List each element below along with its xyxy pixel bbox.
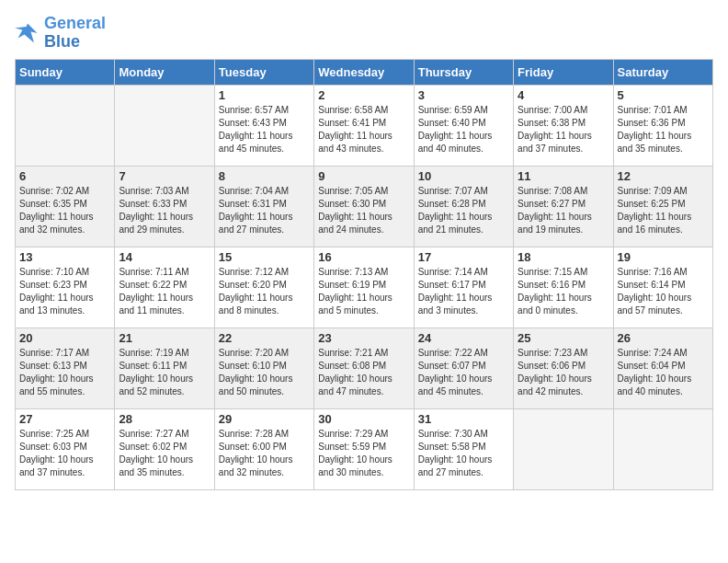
calendar-day-cell: 17Sunrise: 7:14 AM Sunset: 6:17 PM Dayli… <box>414 247 513 327</box>
day-info: Sunrise: 6:57 AM Sunset: 6:43 PM Dayligh… <box>219 104 310 155</box>
calendar-day-cell: 6Sunrise: 7:02 AM Sunset: 6:35 PM Daylig… <box>16 166 115 247</box>
day-info: Sunrise: 7:05 AM Sunset: 6:30 PM Dayligh… <box>318 185 409 236</box>
day-number: 19 <box>618 250 709 264</box>
day-number: 24 <box>418 331 509 345</box>
calendar-day-cell <box>16 85 115 166</box>
day-number: 26 <box>618 331 709 345</box>
calendar-day-cell: 3Sunrise: 6:59 AM Sunset: 6:40 PM Daylig… <box>414 85 513 166</box>
calendar-day-cell: 8Sunrise: 7:04 AM Sunset: 6:31 PM Daylig… <box>214 166 313 247</box>
day-number: 17 <box>418 250 509 264</box>
calendar-header-row: SundayMondayTuesdayWednesdayThursdayFrid… <box>16 59 713 85</box>
day-info: Sunrise: 7:24 AM Sunset: 6:04 PM Dayligh… <box>618 347 709 398</box>
day-info: Sunrise: 7:07 AM Sunset: 6:28 PM Dayligh… <box>418 185 509 236</box>
day-info: Sunrise: 7:20 AM Sunset: 6:10 PM Dayligh… <box>219 347 310 398</box>
calendar-day-cell: 12Sunrise: 7:09 AM Sunset: 6:25 PM Dayli… <box>613 166 712 247</box>
day-number: 22 <box>219 331 310 345</box>
calendar-week-row: 27Sunrise: 7:25 AM Sunset: 6:03 PM Dayli… <box>16 408 713 489</box>
day-number: 20 <box>19 331 110 345</box>
calendar-day-cell: 5Sunrise: 7:01 AM Sunset: 6:36 PM Daylig… <box>613 85 712 166</box>
day-number: 8 <box>219 169 310 183</box>
day-number: 6 <box>19 169 110 183</box>
calendar-day-cell: 21Sunrise: 7:19 AM Sunset: 6:11 PM Dayli… <box>115 327 214 408</box>
day-info: Sunrise: 7:28 AM Sunset: 6:00 PM Dayligh… <box>219 428 310 479</box>
day-number: 13 <box>19 250 110 264</box>
day-info: Sunrise: 7:12 AM Sunset: 6:20 PM Dayligh… <box>219 266 310 317</box>
day-info: Sunrise: 7:11 AM Sunset: 6:22 PM Dayligh… <box>119 266 210 317</box>
day-header-friday: Friday <box>514 59 613 85</box>
day-info: Sunrise: 7:27 AM Sunset: 6:02 PM Dayligh… <box>119 428 210 479</box>
logo-bird-icon <box>15 20 40 46</box>
day-header-saturday: Saturday <box>613 59 712 85</box>
day-number: 15 <box>219 250 310 264</box>
day-number: 21 <box>119 331 210 345</box>
day-info: Sunrise: 7:08 AM Sunset: 6:27 PM Dayligh… <box>518 185 609 236</box>
calendar-week-row: 1Sunrise: 6:57 AM Sunset: 6:43 PM Daylig… <box>16 85 713 166</box>
calendar-day-cell: 13Sunrise: 7:10 AM Sunset: 6:23 PM Dayli… <box>16 247 115 327</box>
day-info: Sunrise: 7:23 AM Sunset: 6:06 PM Dayligh… <box>518 347 609 398</box>
calendar-day-cell: 1Sunrise: 6:57 AM Sunset: 6:43 PM Daylig… <box>214 85 313 166</box>
calendar-day-cell: 26Sunrise: 7:24 AM Sunset: 6:04 PM Dayli… <box>613 327 712 408</box>
day-number: 31 <box>418 412 509 426</box>
day-info: Sunrise: 7:21 AM Sunset: 6:08 PM Dayligh… <box>318 347 409 398</box>
calendar-day-cell: 9Sunrise: 7:05 AM Sunset: 6:30 PM Daylig… <box>314 166 414 247</box>
day-info: Sunrise: 7:04 AM Sunset: 6:31 PM Dayligh… <box>219 185 310 236</box>
calendar-day-cell: 24Sunrise: 7:22 AM Sunset: 6:07 PM Dayli… <box>414 327 513 408</box>
day-info: Sunrise: 7:30 AM Sunset: 5:58 PM Dayligh… <box>418 428 509 479</box>
calendar-day-cell: 11Sunrise: 7:08 AM Sunset: 6:27 PM Dayli… <box>514 166 613 247</box>
day-info: Sunrise: 7:13 AM Sunset: 6:19 PM Dayligh… <box>318 266 409 317</box>
calendar-day-cell: 15Sunrise: 7:12 AM Sunset: 6:20 PM Dayli… <box>214 247 313 327</box>
day-info: Sunrise: 7:01 AM Sunset: 6:36 PM Dayligh… <box>618 104 709 155</box>
logo-text: General Blue <box>44 15 106 52</box>
calendar-day-cell: 29Sunrise: 7:28 AM Sunset: 6:00 PM Dayli… <box>214 408 313 489</box>
day-header-wednesday: Wednesday <box>314 59 414 85</box>
day-number: 9 <box>318 169 409 183</box>
day-number: 2 <box>318 88 409 102</box>
calendar-week-row: 20Sunrise: 7:17 AM Sunset: 6:13 PM Dayli… <box>16 327 713 408</box>
calendar-day-cell: 18Sunrise: 7:15 AM Sunset: 6:16 PM Dayli… <box>514 247 613 327</box>
day-number: 7 <box>119 169 210 183</box>
calendar-day-cell <box>613 408 712 489</box>
calendar-day-cell <box>115 85 214 166</box>
calendar-day-cell: 25Sunrise: 7:23 AM Sunset: 6:06 PM Dayli… <box>514 327 613 408</box>
calendar-day-cell: 16Sunrise: 7:13 AM Sunset: 6:19 PM Dayli… <box>314 247 414 327</box>
logo: General Blue <box>15 15 106 52</box>
calendar-day-cell: 23Sunrise: 7:21 AM Sunset: 6:08 PM Dayli… <box>314 327 414 408</box>
calendar-week-row: 6Sunrise: 7:02 AM Sunset: 6:35 PM Daylig… <box>16 166 713 247</box>
day-info: Sunrise: 7:29 AM Sunset: 5:59 PM Dayligh… <box>318 428 409 479</box>
day-header-sunday: Sunday <box>16 59 115 85</box>
day-info: Sunrise: 6:58 AM Sunset: 6:41 PM Dayligh… <box>318 104 409 155</box>
day-info: Sunrise: 7:22 AM Sunset: 6:07 PM Dayligh… <box>418 347 509 398</box>
day-info: Sunrise: 7:16 AM Sunset: 6:14 PM Dayligh… <box>618 266 709 317</box>
day-info: Sunrise: 6:59 AM Sunset: 6:40 PM Dayligh… <box>418 104 509 155</box>
day-number: 12 <box>618 169 709 183</box>
day-info: Sunrise: 7:14 AM Sunset: 6:17 PM Dayligh… <box>418 266 509 317</box>
calendar-day-cell: 4Sunrise: 7:00 AM Sunset: 6:38 PM Daylig… <box>514 85 613 166</box>
day-number: 3 <box>418 88 509 102</box>
calendar-day-cell: 31Sunrise: 7:30 AM Sunset: 5:58 PM Dayli… <box>414 408 513 489</box>
day-info: Sunrise: 7:25 AM Sunset: 6:03 PM Dayligh… <box>19 428 110 479</box>
day-number: 16 <box>318 250 409 264</box>
day-info: Sunrise: 7:19 AM Sunset: 6:11 PM Dayligh… <box>119 347 210 398</box>
calendar-day-cell: 7Sunrise: 7:03 AM Sunset: 6:33 PM Daylig… <box>115 166 214 247</box>
calendar-day-cell: 27Sunrise: 7:25 AM Sunset: 6:03 PM Dayli… <box>16 408 115 489</box>
day-info: Sunrise: 7:17 AM Sunset: 6:13 PM Dayligh… <box>19 347 110 398</box>
day-number: 14 <box>119 250 210 264</box>
day-number: 11 <box>518 169 609 183</box>
day-info: Sunrise: 7:09 AM Sunset: 6:25 PM Dayligh… <box>618 185 709 236</box>
day-header-monday: Monday <box>115 59 214 85</box>
day-header-tuesday: Tuesday <box>214 59 313 85</box>
calendar-day-cell <box>514 408 613 489</box>
day-number: 25 <box>518 331 609 345</box>
calendar-day-cell: 19Sunrise: 7:16 AM Sunset: 6:14 PM Dayli… <box>613 247 712 327</box>
day-number: 1 <box>219 88 310 102</box>
day-info: Sunrise: 7:03 AM Sunset: 6:33 PM Dayligh… <box>119 185 210 236</box>
day-number: 5 <box>618 88 709 102</box>
calendar-day-cell: 22Sunrise: 7:20 AM Sunset: 6:10 PM Dayli… <box>214 327 313 408</box>
day-number: 18 <box>518 250 609 264</box>
day-info: Sunrise: 7:00 AM Sunset: 6:38 PM Dayligh… <box>518 104 609 155</box>
day-number: 27 <box>19 412 110 426</box>
calendar-day-cell: 14Sunrise: 7:11 AM Sunset: 6:22 PM Dayli… <box>115 247 214 327</box>
calendar-day-cell: 28Sunrise: 7:27 AM Sunset: 6:02 PM Dayli… <box>115 408 214 489</box>
day-number: 4 <box>518 88 609 102</box>
svg-marker-0 <box>15 23 38 42</box>
